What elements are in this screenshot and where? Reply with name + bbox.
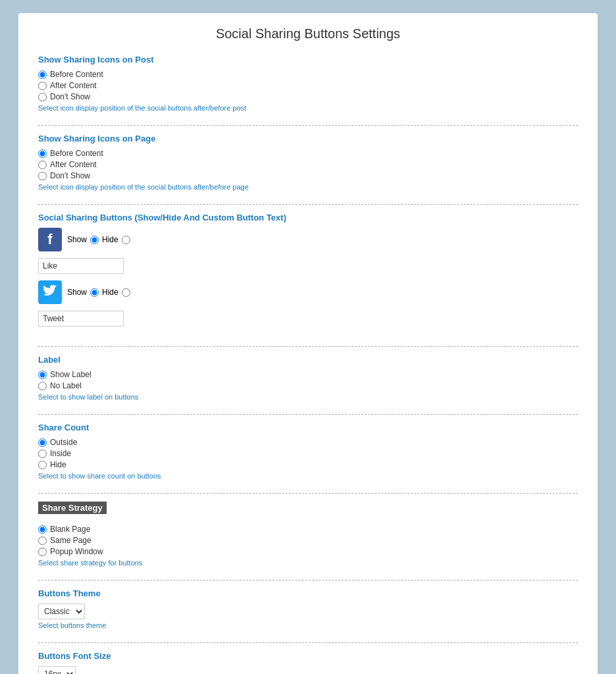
- radio-label-after-content-post: After Content: [50, 81, 97, 90]
- twitter-text-wrapper: [38, 308, 578, 326]
- facebook-show-label: Show: [67, 235, 87, 244]
- buttons-font-size-select[interactable]: 16px 12px 14px 18px 20px: [38, 666, 76, 674]
- section-title-social: Social Sharing Buttons (Show/Hide And Cu…: [38, 213, 578, 222]
- radio-label-dont-show-page: Don't Show: [50, 171, 90, 180]
- radio-inside[interactable]: Inside: [38, 449, 578, 458]
- facebook-show-hide: Show Hide: [67, 235, 130, 244]
- section-show-icons-post: Show Sharing Icons on Post Before Conten…: [38, 55, 578, 120]
- radio-input-outside[interactable]: [38, 438, 47, 447]
- hint-post: Select icon display position of the soci…: [38, 104, 578, 112]
- twitter-show-hide: Show Hide: [67, 288, 130, 297]
- section-title-post: Show Sharing Icons on Post: [38, 55, 578, 65]
- radio-after-content-page[interactable]: After Content: [38, 160, 578, 169]
- radio-input-blank-page[interactable]: [38, 525, 47, 534]
- radio-group-page: Before Content After Content Don't Show: [38, 149, 578, 180]
- divider-post: [38, 125, 578, 126]
- radio-label-same-page: Same Page: [50, 536, 91, 545]
- divider-social: [38, 346, 578, 347]
- radio-label-hide-count: Hide: [50, 460, 66, 469]
- main-container: Social Sharing Buttons Settings Show Sha…: [18, 13, 598, 674]
- radio-input-before-content-page[interactable]: [38, 149, 47, 158]
- divider-label: [38, 414, 578, 415]
- radio-group-share-strategy: Blank Page Same Page Popup Window: [38, 525, 578, 556]
- radio-label-before-content-page: Before Content: [50, 149, 103, 158]
- radio-input-after-content-post[interactable]: [38, 82, 47, 90]
- facebook-text-input[interactable]: [38, 258, 124, 274]
- facebook-row: f Show Hide: [38, 228, 578, 251]
- facebook-icon: f: [38, 228, 62, 251]
- divider-share-strategy: [38, 580, 578, 581]
- radio-hide-count[interactable]: Hide: [38, 460, 578, 469]
- section-title-buttons-theme: Buttons Theme: [38, 588, 578, 598]
- radio-input-dont-show-post[interactable]: [38, 93, 47, 101]
- radio-input-hide-count[interactable]: [38, 461, 47, 469]
- section-title-page: Show Sharing Icons on Page: [38, 134, 578, 143]
- radio-before-content-post[interactable]: Before Content: [38, 70, 578, 79]
- radio-before-content-page[interactable]: Before Content: [38, 149, 578, 158]
- radio-group-label: Show Label No Label: [38, 370, 578, 390]
- page-title: Social Sharing Buttons Settings: [38, 26, 578, 41]
- radio-outside[interactable]: Outside: [38, 438, 578, 447]
- section-buttons-theme: Buttons Theme Classic Modern Flat Select…: [38, 588, 578, 637]
- facebook-hide-radio[interactable]: [122, 236, 130, 244]
- radio-group-post: Before Content After Content Don't Show: [38, 70, 578, 101]
- twitter-hide-radio[interactable]: [122, 288, 130, 297]
- radio-label-outside: Outside: [50, 438, 77, 447]
- radio-label-show: Show Label: [50, 370, 91, 379]
- section-title-share-count: Share Count: [38, 423, 578, 432]
- twitter-text-input[interactable]: [38, 311, 124, 326]
- radio-label-popup-window: Popup Window: [50, 547, 103, 556]
- section-share-count: Share Count Outside Inside Hide Select t…: [38, 423, 578, 488]
- radio-label-before-content-post: Before Content: [50, 70, 103, 79]
- radio-label-no: No Label: [50, 381, 82, 390]
- section-social-buttons: Social Sharing Buttons (Show/Hide And Cu…: [38, 213, 578, 341]
- radio-input-show-label[interactable]: [38, 371, 47, 379]
- radio-input-inside[interactable]: [38, 450, 47, 458]
- radio-input-before-content-post[interactable]: [38, 70, 47, 79]
- facebook-hide-label: Hide: [102, 235, 118, 244]
- radio-input-same-page[interactable]: [38, 536, 47, 545]
- radio-dont-show-post[interactable]: Don't Show: [38, 92, 578, 101]
- section-share-strategy: Share Strategy Blank Page Same Page Popu…: [38, 502, 578, 575]
- radio-input-popup-window[interactable]: [38, 548, 47, 556]
- twitter-hide-label: Hide: [102, 288, 118, 297]
- radio-input-after-content-page[interactable]: [38, 161, 47, 169]
- radio-label-blank-page: Blank Page: [50, 525, 90, 534]
- divider-page: [38, 204, 578, 205]
- radio-same-page[interactable]: Same Page: [38, 536, 578, 545]
- hint-page: Select icon display position of the soci…: [38, 183, 578, 191]
- radio-blank-page[interactable]: Blank Page: [38, 525, 578, 534]
- radio-after-content-post[interactable]: After Content: [38, 81, 578, 90]
- divider-share-count: [38, 493, 578, 494]
- twitter-section: Show Hide: [38, 280, 578, 326]
- twitter-row: Show Hide: [38, 280, 578, 304]
- facebook-text-wrapper: [38, 255, 578, 274]
- radio-no-label[interactable]: No Label: [38, 381, 578, 390]
- divider-buttons-theme: [38, 642, 578, 643]
- facebook-section: f Show Hide: [38, 228, 578, 274]
- facebook-show-radio[interactable]: [90, 236, 99, 244]
- radio-group-share-count: Outside Inside Hide: [38, 438, 578, 469]
- section-show-icons-page: Show Sharing Icons on Page Before Conten…: [38, 134, 578, 199]
- hint-label: Select to show label on buttons: [38, 393, 578, 401]
- radio-label-dont-show-post: Don't Show: [50, 92, 90, 101]
- radio-label-inside: Inside: [50, 449, 71, 458]
- radio-popup-window[interactable]: Popup Window: [38, 547, 578, 556]
- section-buttons-font-size: Buttons Font Size 16px 12px 14px 18px 20…: [38, 651, 578, 674]
- section-label: Label Show Label No Label Select to show…: [38, 355, 578, 409]
- twitter-icon: [38, 280, 62, 304]
- section-title-label: Label: [38, 355, 578, 365]
- hint-share-strategy: Select share strategy for buttons: [38, 559, 578, 567]
- radio-input-dont-show-page[interactable]: [38, 172, 47, 180]
- radio-dont-show-page[interactable]: Don't Show: [38, 171, 578, 180]
- twitter-show-label: Show: [67, 288, 87, 297]
- hint-buttons-theme: Select buttons theme: [38, 621, 578, 629]
- radio-show-label[interactable]: Show Label: [38, 370, 578, 379]
- radio-input-no-label[interactable]: [38, 382, 47, 390]
- buttons-theme-select[interactable]: Classic Modern Flat: [38, 604, 85, 619]
- radio-label-after-content-page: After Content: [50, 160, 97, 169]
- twitter-show-radio[interactable]: [90, 288, 99, 297]
- hint-share-count: Select to show share count on buttons: [38, 472, 578, 480]
- section-title-share-strategy: Share Strategy: [38, 502, 107, 514]
- section-title-buttons-font-size: Buttons Font Size: [38, 651, 578, 661]
